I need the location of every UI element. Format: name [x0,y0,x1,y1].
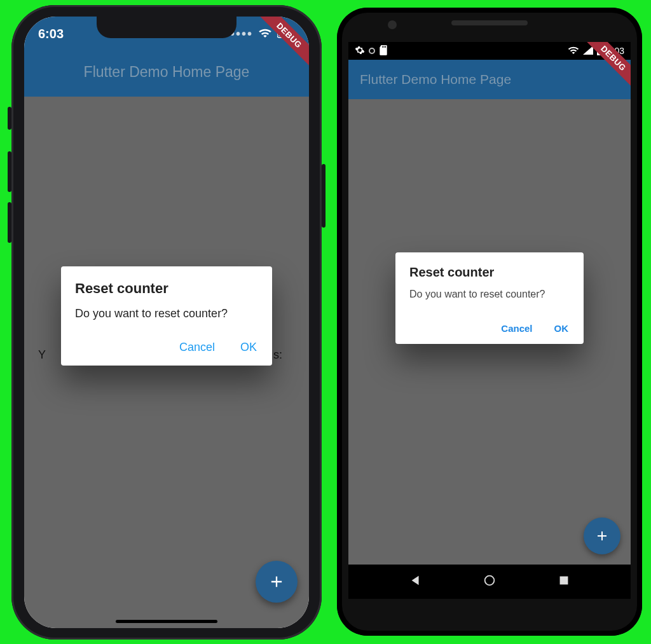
wifi-icon [258,27,272,41]
svg-rect-6 [559,577,568,585]
dialog-message: Do you want to reset counter? [409,289,570,300]
fab-add-button[interactable] [256,561,298,603]
home-circle-icon [483,573,497,587]
iphone-screen: DEBUG 6:03 •••• Flutter Demo Home Page [24,17,309,628]
volume-down-button [8,202,11,243]
iphone-notch [97,17,236,38]
app-bar: Flutter Demo Home Page [24,47,309,97]
back-triangle-icon [409,573,423,587]
ok-button[interactable]: OK [554,323,569,334]
alert-dialog: Reset counter Do you want to reset count… [395,252,584,344]
home-button[interactable] [483,573,497,590]
svg-point-5 [485,576,495,586]
recent-square-icon [557,573,571,587]
home-indicator[interactable] [116,620,217,623]
cancel-button[interactable]: Cancel [501,323,532,334]
mute-switch [8,107,11,130]
iphone-device-frame: DEBUG 6:03 •••• Flutter Demo Home Page [11,5,322,640]
plus-icon [268,573,285,591]
sync-indicator-icon [369,48,375,54]
plus-icon [594,528,610,544]
dialog-message: Do you want to reset counter? [75,307,258,320]
fab-add-button[interactable] [584,517,620,554]
dialog-actions: Cancel OK [75,337,258,362]
pixel-device-frame: DEBUG 4:03 [337,8,642,636]
ok-button[interactable]: OK [240,341,257,354]
back-button[interactable] [409,573,423,590]
settings-gear-icon [355,45,365,57]
alert-dialog: Reset counter Do you want to reset count… [61,266,272,366]
app-bar: Flutter Demo Home Page [348,60,631,99]
dialog-title: Reset counter [75,280,258,297]
android-status-bar: 4:03 [348,42,631,60]
status-time: 6:03 [38,27,64,41]
background-body-text: Ys: [38,348,46,362]
dialog-title: Reset counter [409,265,570,280]
cancel-button[interactable]: Cancel [179,341,215,354]
front-camera [388,20,397,29]
android-nav-bar [348,565,631,599]
power-button [322,164,326,228]
volume-up-button [8,151,11,192]
app-bar-title: Flutter Demo Home Page [360,72,511,87]
app-bar-title: Flutter Demo Home Page [84,64,250,81]
dialog-actions: Cancel OK [409,322,570,341]
pixel-screen: DEBUG 4:03 [348,42,631,599]
sd-card-icon [379,45,388,57]
speaker-grille [451,20,528,25]
recent-apps-button[interactable] [557,573,571,590]
wifi-icon [568,46,579,57]
